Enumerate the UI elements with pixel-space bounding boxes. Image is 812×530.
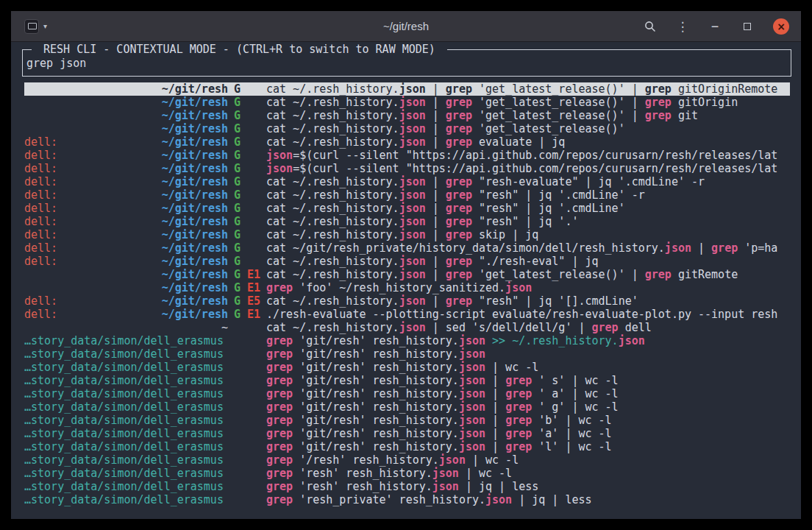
row-host: …story_data/simon/dell_erasmus bbox=[24, 414, 224, 427]
row-context: …story_data/simon/dell_erasmus bbox=[24, 374, 228, 387]
row-flag-E5: E5 bbox=[247, 294, 260, 308]
row-context: dell:~/git/resh bbox=[24, 135, 228, 149]
search-query-input[interactable]: grep json bbox=[26, 57, 785, 70]
history-row[interactable]: ~/git/reshGE1grep 'foo' ~/resh_history_s… bbox=[24, 281, 790, 294]
row-context: dell:~/git/resh bbox=[24, 215, 228, 228]
history-row[interactable]: dell:~/git/reshGcat ~/.resh_history.json… bbox=[24, 202, 790, 215]
close-button[interactable]: × bbox=[773, 18, 789, 35]
row-context: dell:~/git/resh bbox=[24, 188, 228, 202]
history-row[interactable]: dell:~/git/reshGcat ~/.resh_history.json… bbox=[24, 215, 790, 228]
row-flags bbox=[234, 440, 266, 453]
row-host: dell: bbox=[24, 202, 57, 215]
row-context: ~/git/resh bbox=[24, 268, 228, 281]
row-context: ~/git/resh bbox=[24, 281, 228, 294]
history-row[interactable]: dell:~/git/reshGE5cat ~/.resh_history.js… bbox=[24, 294, 790, 308]
row-context: …story_data/simon/dell_erasmus bbox=[24, 347, 228, 361]
row-flags: G bbox=[234, 149, 266, 162]
row-flags bbox=[234, 387, 266, 400]
history-row[interactable]: dell:~/git/reshGcat ~/.resh_history.json… bbox=[24, 175, 790, 188]
row-host: dell: bbox=[24, 215, 57, 228]
history-row[interactable]: …story_data/simon/dell_erasmusgrep 'git/… bbox=[24, 400, 790, 414]
menu-kebab-icon[interactable]: ⋮ bbox=[676, 20, 689, 33]
history-row[interactable]: dell:~/git/reshGcat ~/.resh_history.json… bbox=[24, 255, 790, 268]
row-command: grep 'git/resh' resh_history.json | grep… bbox=[266, 427, 790, 440]
row-flags: GE1 bbox=[234, 308, 266, 321]
history-row[interactable]: …story_data/simon/dell_erasmusgrep '/res… bbox=[24, 453, 790, 467]
maximize-button[interactable] bbox=[741, 20, 754, 33]
history-row[interactable]: …story_data/simon/dell_erasmusgrep 'resh… bbox=[24, 493, 790, 506]
history-row[interactable]: dell:~/git/reshGjson=$(curl --silent "ht… bbox=[24, 149, 790, 162]
row-host: dell: bbox=[24, 294, 57, 308]
row-host: …story_data/simon/dell_erasmus bbox=[24, 467, 224, 480]
row-command: grep 'git/resh' resh_history.json | wc -… bbox=[266, 361, 790, 374]
row-host: …story_data/simon/dell_erasmus bbox=[24, 387, 224, 400]
row-flag-E1: E1 bbox=[247, 281, 260, 294]
history-row[interactable]: ~/git/reshGE1cat ~/.resh_history.json | … bbox=[24, 268, 790, 281]
row-flags: G bbox=[234, 135, 266, 149]
row-command: cat ~/.resh_history.json | grep 'get_lat… bbox=[266, 109, 790, 122]
history-list: ~/git/reshGcat ~/.resh_history.json | gr… bbox=[24, 82, 790, 506]
history-row[interactable]: …story_data/simon/dell_erasmusgrep 'git/… bbox=[24, 347, 790, 361]
history-row[interactable]: …story_data/simon/dell_erasmusgrep 'git/… bbox=[24, 414, 790, 427]
row-directory: ~/git/resh bbox=[162, 96, 228, 109]
history-row[interactable]: …story_data/simon/dell_erasmusgrep 'git/… bbox=[24, 387, 790, 400]
history-row[interactable]: …story_data/simon/dell_erasmusgrep 'resh… bbox=[24, 467, 790, 480]
row-command: grep 'git/resh' resh_history.json | grep… bbox=[266, 400, 790, 414]
row-context: …story_data/simon/dell_erasmus bbox=[24, 387, 228, 400]
history-row[interactable]: ~cat ~/.resh_history.json | sed 's/dell/… bbox=[24, 321, 790, 334]
history-row[interactable]: …story_data/simon/dell_erasmusgrep 'resh… bbox=[24, 480, 790, 493]
row-context: …story_data/simon/dell_erasmus bbox=[24, 414, 228, 427]
row-flag-G: G bbox=[234, 294, 241, 308]
row-flag-G: G bbox=[234, 228, 241, 241]
row-flags bbox=[234, 480, 266, 493]
row-host: …story_data/simon/dell_erasmus bbox=[24, 347, 224, 361]
terminal-app-icon bbox=[24, 19, 39, 34]
search-icon[interactable] bbox=[644, 20, 657, 33]
history-row[interactable]: ~/git/reshGcat ~/.resh_history.json | gr… bbox=[24, 96, 790, 109]
row-command: cat ~/git/resh_private/history_data/simo… bbox=[266, 241, 790, 255]
history-row[interactable]: ~/git/reshGcat ~/.resh_history.json | gr… bbox=[24, 122, 790, 135]
history-row[interactable]: dell:~/git/reshGcat ~/.resh_history.json… bbox=[24, 228, 790, 241]
history-row[interactable]: ~/git/reshGcat ~/.resh_history.json | gr… bbox=[24, 82, 790, 96]
row-host: …story_data/simon/dell_erasmus bbox=[24, 493, 224, 506]
history-row[interactable]: dell:~/git/reshGE1./resh-evaluate --plot… bbox=[24, 308, 790, 321]
row-flags bbox=[234, 400, 266, 414]
row-host: …story_data/simon/dell_erasmus bbox=[24, 334, 224, 347]
row-command: json=$(curl --silent "https://api.github… bbox=[266, 162, 790, 175]
row-command: grep 'resh' resh_history.json | wc -l bbox=[266, 467, 790, 480]
row-command: grep 'git/resh' resh_history.json | grep… bbox=[266, 440, 790, 453]
history-row[interactable]: dell:~/git/reshGjson=$(curl --silent "ht… bbox=[24, 162, 790, 175]
history-row[interactable]: …story_data/simon/dell_erasmusgrep 'git/… bbox=[24, 427, 790, 440]
row-flag-E1: E1 bbox=[247, 268, 260, 281]
row-flag-G: G bbox=[234, 281, 241, 294]
row-flag-G: G bbox=[234, 109, 241, 122]
row-host: …story_data/simon/dell_erasmus bbox=[24, 480, 224, 493]
row-command: ./resh-evaluate --plotting-script evalua… bbox=[266, 308, 790, 321]
mode-header-label: RESH CLI - CONTEXTUAL MODE - (CTRL+R to … bbox=[32, 43, 447, 56]
row-flag-G: G bbox=[234, 268, 241, 281]
history-row[interactable]: dell:~/git/reshGcat ~/.resh_history.json… bbox=[24, 188, 790, 202]
row-context: …story_data/simon/dell_erasmus bbox=[24, 493, 228, 506]
history-row[interactable]: dell:~/git/reshGcat ~/.resh_history.json… bbox=[24, 135, 790, 149]
row-flag-E1: E1 bbox=[247, 308, 260, 321]
row-flags bbox=[234, 427, 266, 440]
history-row[interactable]: …story_data/simon/dell_erasmusgrep 'git/… bbox=[24, 374, 790, 387]
history-row[interactable]: ~/git/reshGcat ~/.resh_history.json | gr… bbox=[24, 109, 790, 122]
history-row[interactable]: …story_data/simon/dell_erasmusgrep 'git/… bbox=[24, 361, 790, 374]
history-row[interactable]: …story_data/simon/dell_erasmusgrep 'git/… bbox=[24, 440, 790, 453]
row-command: grep '/resh' resh_history.json | wc -l bbox=[266, 453, 790, 467]
row-host: …story_data/simon/dell_erasmus bbox=[24, 400, 224, 414]
history-row[interactable]: …story_data/simon/dell_erasmusgrep 'git/… bbox=[24, 334, 790, 347]
row-context: dell:~/git/resh bbox=[24, 255, 228, 268]
row-host: dell: bbox=[24, 175, 57, 188]
new-tab-button[interactable]: ▾ bbox=[24, 19, 47, 34]
minimize-button[interactable]: − bbox=[708, 20, 722, 33]
row-context: …story_data/simon/dell_erasmus bbox=[24, 467, 228, 480]
history-row[interactable]: dell:~/git/reshGcat ~/git/resh_private/h… bbox=[24, 241, 790, 255]
row-host: dell: bbox=[24, 188, 57, 202]
row-command: grep 'git/resh' resh_history.json >> ~/.… bbox=[266, 334, 790, 347]
row-directory: ~/git/resh bbox=[162, 202, 228, 215]
row-flags: G bbox=[234, 82, 266, 96]
row-flags bbox=[234, 361, 266, 374]
row-flags bbox=[234, 334, 266, 347]
